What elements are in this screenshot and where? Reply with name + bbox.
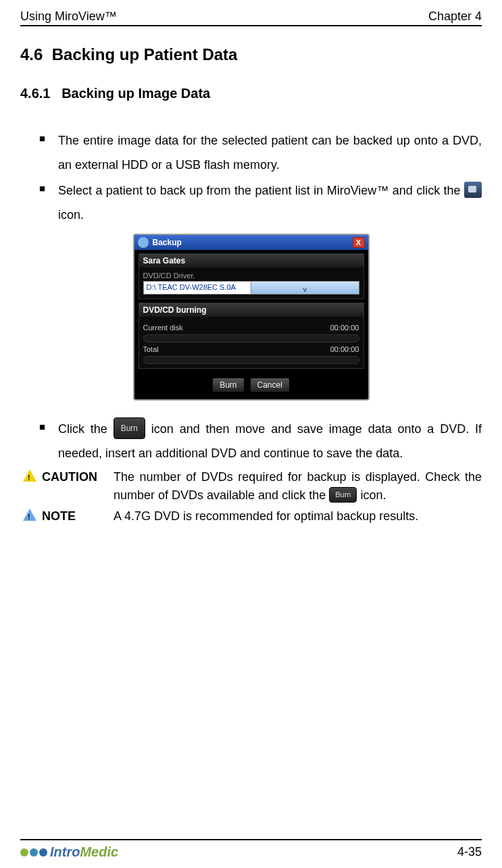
brand-logo: IntroMedic xyxy=(20,844,118,860)
current-disk-row: Current disk 00:00:00 xyxy=(143,324,359,332)
current-time: 00:00:00 xyxy=(326,324,359,332)
dialog-title: Backup xyxy=(153,238,182,247)
page-header: Using MiroView™ Chapter 4 xyxy=(20,9,482,26)
logo-text-b: Medic xyxy=(80,844,118,860)
bullet-2: Select a patient to back up from the pat… xyxy=(39,178,482,227)
total-time: 00:00:00 xyxy=(326,345,359,353)
logo-text-a: Intro xyxy=(50,844,80,860)
total-label: Total xyxy=(143,345,191,353)
backup-dialog-figure: Backup X Sara Gates DVD/CD Driver. D:\ T… xyxy=(20,234,482,401)
caution-text-b: icon. xyxy=(360,488,386,502)
driver-value: D:\ TEAC DV-W28EC S.0A xyxy=(144,282,251,294)
section-heading: 4.6 Backing up Patient Data xyxy=(20,45,482,64)
note-label: NOTE xyxy=(39,507,114,526)
backup-icon xyxy=(464,182,482,198)
subsection-title: Backing up Image Data xyxy=(61,86,210,101)
bullet-list-2: Click the Burn icon and then move and sa… xyxy=(20,417,482,465)
patient-panel: Sara Gates DVD/CD Driver. D:\ TEAC DV-W2… xyxy=(139,253,364,299)
caution-text-a: The number of DVDs required for backup i… xyxy=(114,470,482,502)
caution-row: CAUTION The number of DVDs required for … xyxy=(20,468,482,505)
current-progress xyxy=(143,334,359,342)
burning-panel: DVD/CD burning Current disk 00:00:00 Tot… xyxy=(139,303,364,369)
subsection-number: 4.6.1 xyxy=(20,86,50,101)
patient-name: Sara Gates xyxy=(139,254,363,267)
logo-icon xyxy=(20,848,47,857)
callout-block: CAUTION The number of DVDs required for … xyxy=(20,468,482,526)
caution-text: The number of DVDs required for backup i… xyxy=(114,468,482,505)
bullet-1: The entire image data for the selected p… xyxy=(39,128,482,177)
page-footer: IntroMedic 4-35 xyxy=(20,839,482,860)
current-label: Current disk xyxy=(143,324,191,332)
bullet-2-text-a: Select a patient to back up from the pat… xyxy=(58,184,464,197)
bullet-3: Click the Burn icon and then move and sa… xyxy=(39,417,482,465)
backup-titlebar-icon xyxy=(138,237,149,248)
note-icon xyxy=(20,507,39,521)
driver-label: DVD/CD Driver. xyxy=(143,272,359,280)
header-left: Using MiroView™ xyxy=(20,9,117,24)
total-progress xyxy=(143,356,359,364)
dialog-titlebar: Backup X xyxy=(134,235,368,250)
bullet-1-text: The entire image data for the selected p… xyxy=(58,134,482,172)
burning-title: DVD/CD burning xyxy=(139,303,363,317)
caution-label: CAUTION xyxy=(39,468,114,486)
bullet-list: The entire image data for the selected p… xyxy=(20,128,482,227)
subsection-heading: 4.6.1 Backing up Image Data xyxy=(20,86,482,101)
bullet-3-text-a: Click the xyxy=(58,422,114,436)
burn-inline-icon: Burn xyxy=(114,417,145,439)
burn-small-icon: Burn xyxy=(329,487,357,503)
header-right: Chapter 4 xyxy=(428,9,482,24)
bullet-2-text-b: icon. xyxy=(58,208,84,222)
page-number: 4-35 xyxy=(457,845,482,859)
section-number: 4.6 xyxy=(20,45,43,63)
note-row: NOTE A 4.7G DVD is recommended for optim… xyxy=(20,507,482,526)
total-row: Total 00:00:00 xyxy=(143,345,359,353)
cancel-button[interactable]: Cancel xyxy=(250,378,290,392)
chevron-down-icon[interactable]: v xyxy=(251,282,359,294)
note-text: A 4.7G DVD is recommended for optimal ba… xyxy=(114,507,482,526)
close-icon[interactable]: X xyxy=(353,237,365,248)
dialog-buttons: Burn Cancel xyxy=(134,372,368,399)
driver-dropdown[interactable]: D:\ TEAC DV-W28EC S.0A v xyxy=(143,281,359,295)
backup-dialog: Backup X Sara Gates DVD/CD Driver. D:\ T… xyxy=(133,234,370,401)
caution-icon xyxy=(20,468,39,482)
burn-button[interactable]: Burn xyxy=(212,378,244,392)
section-title: Backing up Patient Data xyxy=(52,45,238,63)
